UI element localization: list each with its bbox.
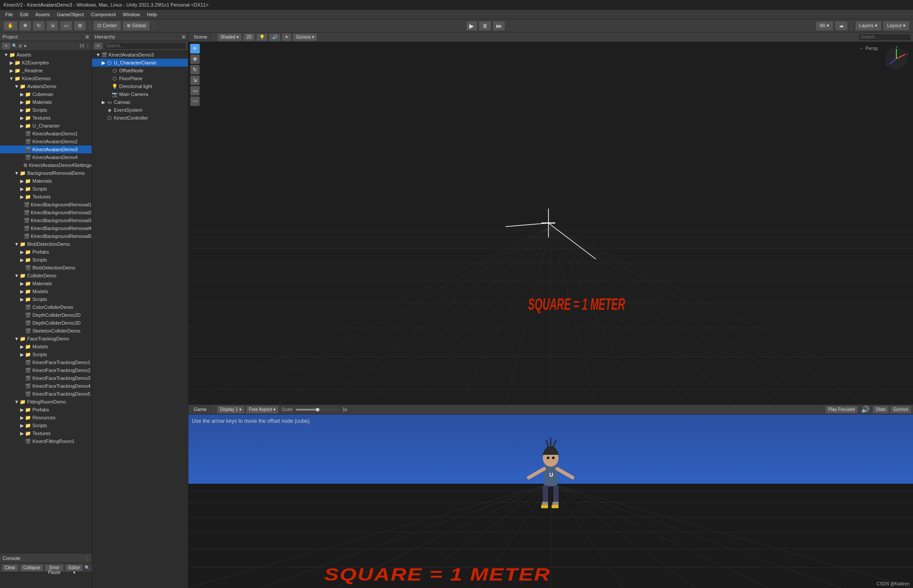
scale-slider[interactable] xyxy=(296,409,340,411)
tree-kinectdemos[interactable]: ▼ 📁 KinectDemos xyxy=(0,74,92,82)
cloud-btn[interactable]: ☁ xyxy=(835,21,848,31)
scale-slider-handle[interactable] xyxy=(316,408,319,411)
scale-tool-btn[interactable]: ⇲ xyxy=(46,21,58,31)
hierarchy-menu-icon[interactable]: ≡ xyxy=(182,33,185,40)
tree-avatarsdemo[interactable]: ▼ 📁 AvatarsDemo xyxy=(0,82,92,90)
project-tree-scroll[interactable]: ▼ 📁 Assets ▶ 📁 K2Examples ▶ 📁 _Readme ▼ … xyxy=(0,51,92,553)
game-tab[interactable]: Game xyxy=(190,406,210,414)
transform-tool-btn[interactable]: ⊞ xyxy=(74,21,86,31)
tree-blob[interactable]: ▼ 📁 BlobDetectionDemo xyxy=(0,240,92,248)
axis-gizmo[interactable]: X Y Z xyxy=(883,46,909,72)
tree-blob-scripts[interactable]: ▶ 📁 Scripts xyxy=(0,256,92,264)
tree-bg-scripts[interactable]: ▶ 📁 Scripts xyxy=(0,185,92,193)
collapse-btn[interactable]: Collapse xyxy=(20,564,43,571)
tree-face5[interactable]: 🎬 KinectFaceTrackingDemo5 xyxy=(0,390,92,398)
audio-icon[interactable]: 🔊 xyxy=(861,405,870,414)
hier-ucharacter[interactable]: ▶ ⬡ U_CharacterClassic xyxy=(92,59,188,67)
tree-fit-textures[interactable]: ▶ 📁 Textures xyxy=(0,429,92,437)
editor-btn[interactable]: Editor ▾ xyxy=(65,564,83,571)
scene-gizmos-btn[interactable]: Gizmos ▾ xyxy=(293,33,317,41)
menu-edit[interactable]: Edit xyxy=(17,11,32,18)
game-3d-area[interactable]: SQUARE = 1 METER xyxy=(188,414,913,588)
tree-bgr4[interactable]: 🎬 KinectBackgroundRemoval4 xyxy=(0,224,92,232)
tree-color-col[interactable]: 🎬 ColorColliderDemo xyxy=(0,303,92,311)
game-aspect-btn[interactable]: Free Aspect ▾ xyxy=(246,406,279,414)
hier-dirlight[interactable]: 💡 Directional light xyxy=(92,82,188,90)
scene-view-tool-eye[interactable]: 👁 xyxy=(190,44,200,53)
console-search-icon[interactable]: 🔍 xyxy=(85,565,90,570)
tree-blob-scene[interactable]: 🎬 BlobDetectionDemo xyxy=(0,264,92,272)
menu-file[interactable]: File xyxy=(2,11,17,18)
tree-face2[interactable]: 🎬 KinectFaceTrackingDemo2 xyxy=(0,366,92,374)
tree-fit-scripts[interactable]: ▶ 📁 Scripts xyxy=(0,422,92,429)
step-button[interactable]: ⏭ xyxy=(493,21,505,31)
pause-button[interactable]: ⏸ xyxy=(479,21,491,31)
tree-assets[interactable]: ▼ 📁 Assets xyxy=(0,51,92,59)
hier-canvas[interactable]: ▶ ▭ Canvas xyxy=(92,98,188,106)
tree-depth-3d[interactable]: 🎬 DepthColliderDemo3D xyxy=(0,319,92,327)
tree-bgr1[interactable]: 🎬 KinectBackgroundRemoval1 xyxy=(0,201,92,209)
global-btn[interactable]: ⊕ Global xyxy=(123,21,150,31)
tree-col-scripts[interactable]: ▶ 📁 Scripts xyxy=(0,295,92,303)
tree-demo4settings[interactable]: ⚙ KinectAvatarsDemo4Settings xyxy=(0,161,92,169)
project-panel-menu-icon[interactable]: ≡ xyxy=(85,33,89,40)
scene-audio-btn[interactable]: 🔊 xyxy=(269,33,280,41)
clear-btn[interactable]: Clear xyxy=(2,564,18,571)
tree-bgr3[interactable]: 🎬 KinectBackgroundRemoval3 xyxy=(0,216,92,224)
scene-view-tool-rotate[interactable]: ↻ xyxy=(190,65,200,74)
tree-k2examples[interactable]: ▶ 📁 K2Examples xyxy=(0,59,92,67)
move-tool-btn[interactable]: ✥ xyxy=(19,21,31,31)
layers-btn[interactable]: Layers ▾ xyxy=(855,21,881,31)
project-add-btn[interactable]: + xyxy=(2,43,11,50)
hand-tool-btn[interactable]: ✋ xyxy=(4,21,18,31)
tree-face1[interactable]: 🎬 KinectFaceTrackingDemo1 xyxy=(0,358,92,366)
tree-bg-textures[interactable]: ▶ 📁 Textures xyxy=(0,193,92,201)
tree-cubeman[interactable]: ▶ 📁 Cubeman xyxy=(0,90,92,98)
tree-ucharacter[interactable]: ▶ 📁 U_Character xyxy=(0,122,92,130)
rotate-tool-btn[interactable]: ↻ xyxy=(33,21,45,31)
tree-fit-prefabs[interactable]: ▶ 📁 Prefabs xyxy=(0,406,92,414)
tree-demo3[interactable]: 🎬 KinectAvatarsDemo3 xyxy=(0,145,92,153)
tree-face3[interactable]: 🎬 KinectFaceTrackingDemo3 xyxy=(0,374,92,382)
tree-face-scripts[interactable]: ▶ 📁 Scripts xyxy=(0,351,92,358)
tree-demo4[interactable]: 🎬 KinectAvatarsDemo4 xyxy=(0,153,92,161)
scene-view-tool-move[interactable]: ✥ xyxy=(190,54,200,64)
scene-view-tool-scale[interactable]: ⇲ xyxy=(190,75,200,85)
scene-search-input[interactable] xyxy=(859,34,911,41)
hierarchy-tree-scroll[interactable]: ▼ 🎬 KinectAvatarsDemo3 ▶ ⬡ U_CharacterCl… xyxy=(92,51,188,588)
tree-fitting[interactable]: ▼ 📁 FittingRoomDemo xyxy=(0,398,92,406)
menu-component[interactable]: Component xyxy=(87,11,119,18)
menu-help[interactable]: Help xyxy=(143,11,160,18)
menu-window[interactable]: Window xyxy=(119,11,143,18)
scene-2d-btn[interactable]: 2D xyxy=(243,33,255,41)
hier-eventsystem[interactable]: ◈ EventSystem xyxy=(92,106,188,114)
tree-fitting-room1[interactable]: 🎬 KinectFittingRoom1 xyxy=(0,437,92,445)
pivot-btn[interactable]: ⊡ Center xyxy=(93,21,121,31)
tree-depth-2d[interactable]: 🎬 DepthColliderDemo2D xyxy=(0,311,92,319)
game-display-btn[interactable]: Display 1 ▾ xyxy=(217,406,244,414)
scene-3d-area[interactable]: SQUARE = 1 METER ← Persp X Y xyxy=(188,42,913,404)
console-menu-icon[interactable]: ⋮ xyxy=(85,556,89,560)
tree-face[interactable]: ▼ 📁 FaceTrackingDemo xyxy=(0,335,92,343)
layout-btn[interactable]: Layout ▾ xyxy=(883,21,909,31)
hierarchy-add-btn[interactable]: + xyxy=(94,43,103,50)
tree-col-materials[interactable]: ▶ 📁 Materials xyxy=(0,280,92,287)
tree-materials[interactable]: ▶ 📁 Materials xyxy=(0,98,92,106)
tree-bgr2[interactable]: 🎬 KinectBackgroundRemoval2 xyxy=(0,209,92,216)
tree-blob-prefabs[interactable]: ▶ 📁 Prefabs xyxy=(0,248,92,256)
tree-skeleton-col[interactable]: 🎬 SkeletonColliderDemo xyxy=(0,327,92,335)
play-focused-btn[interactable]: Play Focused xyxy=(825,406,858,414)
tree-col-models[interactable]: ▶ 📁 Models xyxy=(0,287,92,295)
workspace-dropdown[interactable]: Wi ▾ xyxy=(816,21,833,31)
tree-demo2[interactable]: 🎬 KinectAvatarsDemo2 xyxy=(0,138,92,145)
tree-bg-materials[interactable]: ▶ 📁 Materials xyxy=(0,177,92,185)
tree-face4[interactable]: 🎬 KinectFaceTrackingDemo4 xyxy=(0,382,92,390)
game-gizmos-btn[interactable]: Gizmos xyxy=(890,406,911,414)
tree-readme[interactable]: ▶ 📁 _Readme xyxy=(0,67,92,74)
scene-lights-btn[interactable]: 💡 xyxy=(256,33,268,41)
menu-assets[interactable]: Assets xyxy=(32,11,53,18)
play-button[interactable]: ▶ xyxy=(466,21,477,31)
tree-bgremoval[interactable]: ▼ 📁 BackgroundRemovalDemo xyxy=(0,169,92,177)
tree-textures[interactable]: ▶ 📁 Textures xyxy=(0,114,92,122)
menu-gameobject[interactable]: GameObject xyxy=(53,11,88,18)
